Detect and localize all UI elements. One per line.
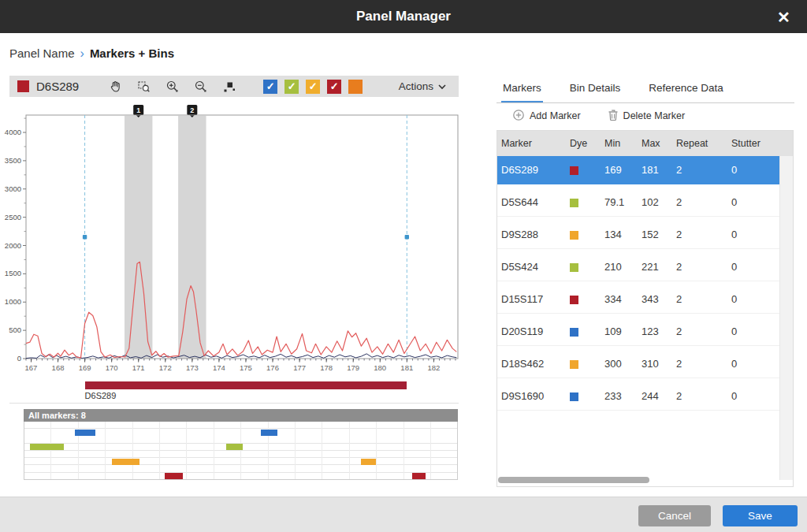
cell-stutter: 0 <box>731 164 780 176</box>
dye-checkbox-amber[interactable]: ✓ <box>306 80 320 94</box>
minimap-marker-D9S288[interactable] <box>112 459 139 465</box>
minimap-marker-D18S462[interactable] <box>361 459 376 465</box>
dialog-footer: Cancel Save <box>0 497 807 532</box>
dye-checkbox-red[interactable]: ✓ <box>327 80 341 94</box>
x-axis-label: 168 <box>52 363 65 372</box>
tab-bin-details[interactable]: Bin Details <box>568 79 623 101</box>
table-row-D20S119[interactable]: D20S11910912320 <box>497 318 780 346</box>
pan-tool-button[interactable] <box>105 77 125 96</box>
x-axis-label: 182 <box>427 363 440 372</box>
minimap-marker-D6S289[interactable] <box>165 473 183 479</box>
breadcrumb: Panel Name›Markers + Bins <box>9 47 174 61</box>
cell-stutter: 0 <box>731 293 780 305</box>
cell-stutter: 0 <box>731 229 780 240</box>
fit-view-icon <box>218 80 239 93</box>
y-axis-label: 3500 <box>5 156 21 165</box>
cell-min: 169 <box>604 164 642 176</box>
close-icon[interactable]: ✕ <box>772 6 794 28</box>
y-axis-label: 4000 <box>5 128 21 136</box>
dye-swatch <box>570 263 578 272</box>
cell-max: 102 <box>642 196 676 208</box>
delete-marker-button[interactable]: Delete Marker <box>603 108 690 125</box>
bin-band[interactable] <box>178 116 206 359</box>
cell-dye <box>570 390 604 402</box>
cell-marker: D6S289 <box>497 164 570 176</box>
bin-band[interactable] <box>125 116 152 359</box>
marker-range-handle[interactable] <box>405 235 409 239</box>
marquee-zoom-tool-button[interactable] <box>133 77 154 96</box>
cell-dye <box>570 164 604 176</box>
x-axis-label: 173 <box>186 363 199 372</box>
minimap-marker-D9S1690[interactable] <box>261 430 277 436</box>
y-axis-label: 500 <box>9 326 21 334</box>
x-axis-label: 176 <box>266 363 279 372</box>
cancel-button[interactable]: Cancel <box>638 505 711 526</box>
minimap-grid[interactable] <box>24 422 458 480</box>
cell-repeat: 2 <box>676 390 731 402</box>
divider <box>9 403 459 404</box>
x-axis-label: 171 <box>132 363 145 372</box>
cell-repeat: 2 <box>676 326 731 337</box>
actions-button[interactable]: Actions <box>394 80 451 93</box>
cell-marker: D18S462 <box>497 358 570 370</box>
cell-repeat: 2 <box>676 164 731 176</box>
zoom-out-tool-button[interactable] <box>190 77 210 96</box>
breadcrumb-panel-name[interactable]: Panel Name <box>9 47 75 60</box>
dye-visibility-checkboxes: ✓✓✓✓ <box>263 80 370 94</box>
trash-icon <box>608 109 619 124</box>
all-markers-minimap: All markers: 8 <box>24 409 458 480</box>
column-header-min: Min <box>604 138 642 149</box>
marker-range-handle[interactable] <box>83 235 87 239</box>
dye-swatch <box>570 231 578 240</box>
minimap-marker-D15S117[interactable] <box>412 473 426 479</box>
cell-max: 343 <box>642 293 676 305</box>
marker-table-actions: Add Marker Delete Marker <box>496 104 794 128</box>
cell-min: 233 <box>604 390 642 402</box>
panel-manager-dialog: Panel Manager ✕ Panel Name›Markers + Bin… <box>0 0 807 532</box>
delete-marker-label: Delete Marker <box>623 110 686 121</box>
table-row-D18S462[interactable]: D18S46230031020 <box>497 350 780 378</box>
save-button[interactable]: Save <box>723 505 798 526</box>
bin-tag-label: 2 <box>190 106 194 114</box>
marquee-zoom-icon <box>133 80 154 93</box>
cell-max: 181 <box>642 164 676 176</box>
dye-checkbox-blue[interactable]: ✓ <box>263 80 277 94</box>
cell-max: 310 <box>642 358 676 370</box>
tab-markers[interactable]: Markers <box>501 79 543 102</box>
tab-reference-data[interactable]: Reference Data <box>647 79 725 101</box>
table-row-D5S644[interactable]: D5S64479.110220 <box>497 188 780 217</box>
minimap-marker-D20S119[interactable] <box>75 430 96 436</box>
zoom-in-tool-button[interactable] <box>162 77 182 96</box>
marker-table: MarkerDyeMinMaxRepeatStutter D6S28916918… <box>496 130 794 487</box>
table-row-D6S289[interactable]: D6S28916918120 <box>497 156 780 184</box>
y-axis-label: 1500 <box>5 269 21 277</box>
cell-repeat: 2 <box>676 229 731 240</box>
dialog-header: Panel Manager ✕ <box>0 0 807 33</box>
dye-swatch <box>570 199 578 207</box>
y-axis-label: 2000 <box>5 241 21 250</box>
minimap-marker-D5S424[interactable] <box>226 444 243 450</box>
cell-marker: D15S117 <box>497 293 570 305</box>
x-axis-label: 181 <box>400 363 413 372</box>
cell-dye <box>570 293 604 305</box>
add-marker-button[interactable]: Add Marker <box>508 108 586 125</box>
table-row-D9S1690[interactable]: D9S169023324420 <box>497 382 780 411</box>
column-header-repeat: Repeat <box>676 138 731 149</box>
minimap-marker-D5S644[interactable] <box>30 444 65 450</box>
electropherogram-chart[interactable]: 1205001000150020002500300035004000167168… <box>0 102 473 378</box>
dye-checkbox-green[interactable]: ✓ <box>284 80 299 94</box>
table-row-D15S117[interactable]: D15S11733434320 <box>497 285 780 314</box>
minimap-header: All markers: 8 <box>24 409 458 422</box>
chevron-down-icon <box>438 80 446 92</box>
cell-max: 221 <box>642 261 676 273</box>
dye-checkbox-orange[interactable] <box>348 80 363 94</box>
horizontal-scrollbar[interactable] <box>498 477 649 483</box>
cell-dye <box>570 261 604 273</box>
table-row-D9S288[interactable]: D9S28813415220 <box>497 221 780 249</box>
zoom-out-icon <box>190 80 210 93</box>
table-row-D5S424[interactable]: D5S42421022120 <box>497 253 780 281</box>
fit-view-tool-button[interactable] <box>218 77 239 96</box>
vertical-scrollbar[interactable] <box>779 156 793 480</box>
breadcrumb-current: Markers + Bins <box>90 47 174 60</box>
marker-range-bar[interactable] <box>85 381 407 389</box>
